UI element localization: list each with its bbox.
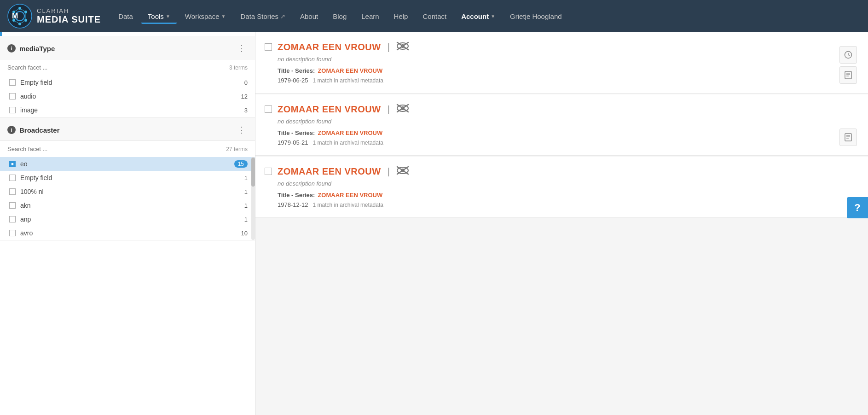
facet-item[interactable]: Empty field 0 [0,76,255,89]
result-actions [829,104,857,146]
svg-rect-20 [845,71,851,79]
result-description: no description found [278,56,824,63]
scrollbar-track[interactable] [251,157,255,240]
nav-about[interactable]: About [294,9,324,24]
chevron-down-icon: ▼ [491,14,495,19]
facet-broadcaster-search-row: 27 terms [0,141,255,157]
series-label: Title - Series: [278,129,315,136]
facet-item[interactable]: anp 1 [0,212,255,226]
info-icon[interactable]: i [7,126,16,134]
svg-text:M: M [12,12,18,20]
series-value[interactable]: ZOMAAR EEN VROUW [318,192,382,199]
facet-item-count: 1 [244,202,248,209]
facet-item-count: 15 [234,160,248,168]
info-icon[interactable]: i [7,44,16,53]
nav-datastories[interactable]: Data Stories ↗ [234,9,292,24]
result-title[interactable]: ZOMAAR EEN VROUW [278,104,381,115]
logo[interactable]: M CLARIAH MEDIA SUITE [7,4,101,29]
no-preview-icon [396,104,409,115]
facet-item-count: 10 [241,230,248,237]
result-checkbox[interactable] [265,168,272,175]
facet-checkbox[interactable] [9,202,16,209]
document-button[interactable] [839,66,857,84]
facet-checkbox[interactable] [9,230,16,236]
facet-item-label: Empty field [20,79,52,86]
series-value[interactable]: ZOMAAR EEN VROUW [318,129,382,136]
result-date: 1978-12-12 [278,201,308,208]
facet-broadcaster: i Broadcaster ⋮ 27 terms ■ eo [0,117,255,240]
facet-item-count: 3 [244,107,248,114]
facet-menu-icon[interactable]: ⋮ [236,42,248,54]
facet-item-label: anp [20,216,31,223]
nav-contact[interactable]: Contact [416,9,453,24]
results-pane: ZOMAAR EEN VROUW | no description found … [255,32,868,415]
result-card: ZOMAAR EEN VROUW | no description found … [255,94,868,156]
facet-item-label: eo [20,160,28,168]
facet-broadcaster-search[interactable] [7,146,226,152]
svg-rect-26 [845,134,851,141]
nav-user[interactable]: Grietje Hoogland [503,9,568,24]
facet-item-label: image [20,106,38,114]
facet-item-count: 0 [244,79,248,86]
result-match-info: 1 match in archival metadata [313,202,383,208]
facet-broadcaster-menu-icon[interactable]: ⋮ [236,124,248,136]
facet-broadcaster-header: i Broadcaster ⋮ [0,117,255,141]
result-date: 1979-06-25 [278,77,308,84]
facet-checkbox[interactable] [9,216,16,222]
facet-item-label: audio [20,93,36,100]
nav-data[interactable]: Data [112,9,139,24]
help-button[interactable]: ? [847,197,868,218]
separator: | [388,104,390,115]
facet-item[interactable]: audio 12 [0,89,255,103]
facet-item[interactable]: ■ eo 15 [0,157,255,171]
result-card: ZOMAAR EEN VROUW | no description found … [255,157,868,218]
facet-checkbox[interactable] [9,79,16,86]
nav-tools[interactable]: Tools ▼ [141,9,177,24]
facet-item[interactable]: Empty field 1 [0,171,255,185]
history-button[interactable] [839,46,857,64]
facet-item-count: 12 [241,93,248,100]
facet-mediatype-title: i mediaType [7,44,55,53]
result-match-info: 1 match in archival metadata [313,77,383,84]
result-content: ZOMAAR EEN VROUW | no description found … [278,41,824,84]
facet-broadcaster-terms-count: 27 terms [226,146,248,152]
facet-item[interactable]: image 3 [0,103,255,117]
separator: | [388,42,390,53]
facet-checkbox[interactable] [9,107,16,113]
facet-item-count: 1 [244,188,248,195]
scrollbar-thumb[interactable] [251,158,255,187]
series-label: Title - Series: [278,67,315,74]
nav-help[interactable]: Help [388,9,415,24]
result-title[interactable]: ZOMAAR EEN VROUW [278,42,381,53]
facet-item[interactable]: 100% nl 1 [0,185,255,199]
facet-mediatype-terms-count: 3 terms [229,64,248,71]
svg-line-19 [848,55,850,56]
result-checkbox[interactable] [265,43,272,51]
facet-checkbox[interactable] [9,175,16,181]
facet-checkbox[interactable] [9,93,16,99]
result-match-info: 1 match in archival metadata [313,140,383,146]
facet-item[interactable]: akn 1 [0,199,255,212]
facet-checkbox[interactable] [9,188,16,195]
facet-item[interactable]: avro 10 [0,226,255,240]
logo-text: CLARIAH MEDIA SUITE [37,8,101,24]
result-description: no description found [278,118,824,125]
series-value[interactable]: ZOMAAR EEN VROUW [318,67,382,74]
external-link-icon: ↗ [280,13,285,20]
nav-account[interactable]: Account ▼ [455,9,502,24]
result-title[interactable]: ZOMAAR EEN VROUW [278,166,381,177]
facet-item-count: 1 [244,175,248,181]
result-description: no description found [278,180,824,187]
nav-learn[interactable]: Learn [355,9,385,24]
nav-blog[interactable]: Blog [326,9,353,24]
result-checkbox[interactable] [265,105,272,113]
separator: | [388,166,390,177]
document-icon [845,133,852,141]
result-content: ZOMAAR EEN VROUW | no description found … [278,104,824,146]
nav-workspace[interactable]: Workspace ▼ [179,9,232,24]
nav-items: Data Tools ▼ Workspace ▼ Data Stories ↗ … [112,9,861,24]
document-button[interactable] [839,129,857,146]
facet-mediatype-search[interactable] [7,64,229,71]
facet-checkbox-selected[interactable]: ■ [9,161,16,167]
logo-icon: M [7,4,32,29]
